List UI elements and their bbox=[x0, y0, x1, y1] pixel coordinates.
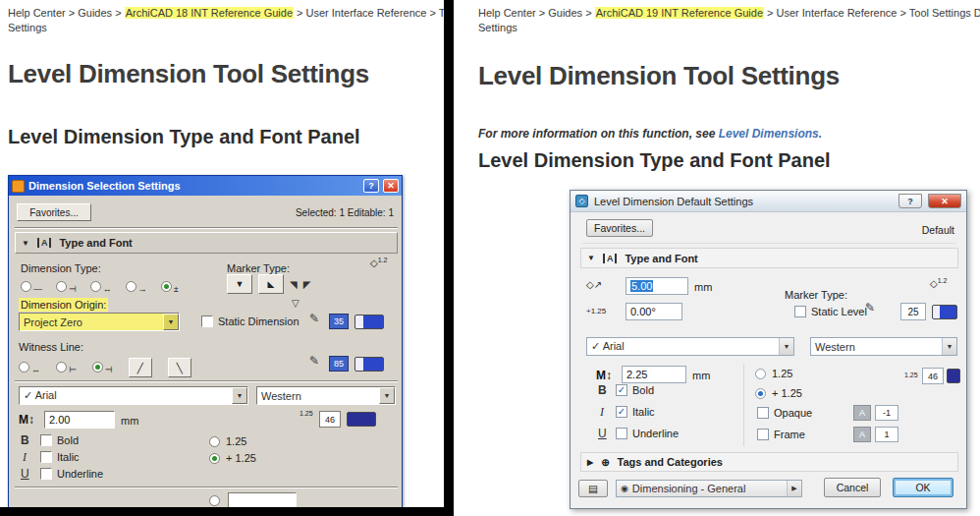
dialog-title-bar[interactable]: ◇ Level Dimension Default Settings ? ✕ bbox=[571, 191, 966, 212]
pen-set-button[interactable]: ▤ bbox=[578, 480, 608, 497]
radio-icon[interactable] bbox=[56, 362, 67, 373]
frame-checkbox[interactable]: Frame bbox=[757, 429, 805, 440]
pen-number-box[interactable]: 85 bbox=[329, 356, 349, 372]
checkbox-icon[interactable] bbox=[616, 428, 627, 439]
font-pen-color-toggle[interactable] bbox=[947, 369, 960, 383]
opaque-checkbox[interactable]: Opaque bbox=[757, 407, 812, 419]
pen-number-box[interactable]: 35 bbox=[329, 314, 349, 329]
dim-type-option[interactable]: ± bbox=[161, 278, 179, 296]
checkbox-icon[interactable]: ✓ bbox=[616, 384, 627, 396]
collapse-icon[interactable]: ▼ bbox=[22, 239, 29, 248]
ok-button[interactable]: OK bbox=[893, 478, 953, 497]
dim-type-option[interactable]: — bbox=[21, 278, 42, 296]
close-icon[interactable]: ✕ bbox=[383, 179, 399, 193]
ratio-option-2[interactable]: + 1.25 bbox=[755, 387, 802, 399]
checkbox-icon[interactable] bbox=[757, 429, 769, 440]
breadcrumb-highlight[interactable]: ArchiCAD 18 INT Reference Guide bbox=[125, 7, 294, 19]
breadcrumb-link[interactable]: Help Center > Guides > bbox=[8, 7, 125, 19]
text-size-input[interactable]: 2.25 bbox=[622, 366, 686, 383]
favorites-button[interactable]: Favorites... bbox=[586, 219, 653, 237]
breadcrumb-link[interactable]: Help Center > Guides > bbox=[478, 7, 595, 19]
chevron-down-icon[interactable]: ▼ bbox=[779, 338, 793, 355]
opaque-pen-box[interactable]: -1 bbox=[875, 405, 898, 421]
witness-option[interactable]: ⊢ bbox=[56, 359, 77, 376]
witness-slant-button[interactable]: ╱ bbox=[129, 358, 152, 377]
font-select[interactable]: ✓ Arial ▼ bbox=[19, 386, 248, 405]
marker-open-icon[interactable]: ▽ bbox=[292, 298, 299, 309]
checkbox-icon[interactable] bbox=[794, 306, 806, 317]
dimension-origin-select[interactable]: Project Zero ▼ bbox=[19, 313, 180, 331]
layer-select[interactable]: ◉ Dimensioning - General ▶ bbox=[616, 480, 802, 497]
dim-type-option[interactable]: ↔ bbox=[90, 278, 112, 296]
elevation-marker-icon[interactable]: ◇1.2 bbox=[370, 257, 387, 268]
marker-button[interactable]: ▼ bbox=[227, 274, 252, 294]
ratio-option-1[interactable]: 1.25 bbox=[755, 368, 792, 379]
dim-type-option[interactable]: → bbox=[126, 278, 147, 296]
breadcrumb-link[interactable]: > User Interface Reference > Tool Setti bbox=[294, 7, 444, 19]
color-chip[interactable]: A bbox=[853, 427, 871, 442]
marker-size-input[interactable]: 5.00 bbox=[626, 277, 688, 295]
checkbox-icon[interactable] bbox=[40, 451, 52, 463]
checkbox-icon[interactable] bbox=[40, 468, 52, 480]
dim-type-option[interactable]: ⊣ bbox=[56, 278, 77, 296]
radio-icon[interactable] bbox=[19, 362, 29, 373]
font-pen-box[interactable]: 46 bbox=[922, 368, 944, 384]
ratio-option-1[interactable]: 1.25 bbox=[209, 435, 246, 447]
radio-icon[interactable] bbox=[90, 281, 101, 292]
pen-color-toggle[interactable] bbox=[354, 315, 384, 329]
breadcrumb-line2[interactable]: Settings bbox=[8, 21, 47, 35]
checkbox-icon[interactable] bbox=[40, 434, 52, 446]
text-size-input[interactable]: 2.00 bbox=[44, 411, 115, 429]
elevation-marker-icon[interactable]: ◇1.2 bbox=[930, 277, 947, 289]
italic-checkbox[interactable]: ✓Italic bbox=[616, 406, 655, 418]
collapse-icon[interactable]: ▼ bbox=[587, 254, 595, 262]
radio-icon[interactable] bbox=[92, 362, 103, 373]
static-level-checkbox[interactable]: Static Level bbox=[794, 306, 867, 317]
script-select[interactable]: Western ▼ bbox=[810, 337, 957, 356]
checkbox-icon[interactable] bbox=[201, 315, 213, 327]
help-button[interactable]: ? bbox=[898, 194, 922, 208]
chevron-down-icon[interactable]: ▼ bbox=[379, 387, 395, 404]
witness-slant-button[interactable]: ╲ bbox=[168, 358, 191, 377]
pen-color-toggle[interactable] bbox=[932, 305, 957, 319]
script-select[interactable]: Western ▼ bbox=[256, 386, 396, 405]
pen-number-box[interactable]: 25 bbox=[900, 303, 926, 320]
witness-option[interactable]: ⊣ bbox=[92, 359, 113, 376]
underline-checkbox[interactable]: Underline bbox=[616, 428, 679, 439]
breadcrumb-link[interactable]: > User Interface Reference > Tool Settin… bbox=[764, 7, 980, 19]
marker-up-left-icon[interactable]: ◤ bbox=[303, 279, 311, 290]
pen-color-toggle[interactable] bbox=[354, 357, 384, 372]
radio-icon[interactable] bbox=[161, 281, 172, 292]
tags-and-categories-panel-header[interactable]: ▶ ⊕ Tags and Categories bbox=[580, 452, 958, 472]
type-and-font-panel-header[interactable]: ▼ A Type and Font bbox=[15, 232, 398, 254]
radio-icon[interactable] bbox=[209, 453, 220, 464]
partial-input[interactable] bbox=[228, 492, 297, 508]
cancel-button[interactable]: Cancel bbox=[824, 478, 881, 497]
type-and-font-panel-header[interactable]: ▼ A Type and Font bbox=[580, 248, 958, 268]
checkbox-icon[interactable] bbox=[757, 407, 769, 419]
breadcrumb-highlight[interactable]: ArchiCAD 19 INT Reference Guide bbox=[595, 7, 764, 19]
bold-checkbox[interactable]: ✓Bold bbox=[616, 384, 654, 396]
marker-button[interactable]: ◣ bbox=[258, 274, 284, 294]
font-pen-color-toggle[interactable] bbox=[347, 412, 376, 427]
ratio-option-2[interactable]: + 1.25 bbox=[209, 452, 256, 464]
radio-icon[interactable] bbox=[56, 281, 67, 292]
chevron-right-icon[interactable]: ▶ bbox=[787, 481, 801, 496]
angle-input[interactable]: 0.00° bbox=[626, 303, 682, 320]
font-select[interactable]: ✓ Arial ▼ bbox=[586, 337, 794, 356]
breadcrumb-line2[interactable]: Settings bbox=[478, 21, 517, 35]
chevron-down-icon[interactable]: ▼ bbox=[942, 338, 956, 355]
italic-checkbox[interactable]: Italic bbox=[40, 451, 80, 463]
chevron-down-icon[interactable]: ▼ bbox=[232, 387, 247, 404]
frame-pen-box[interactable]: 1 bbox=[875, 427, 898, 442]
dialog-title-bar[interactable]: Dimension Selection Settings ? ✕ bbox=[9, 176, 402, 196]
color-chip[interactable]: A bbox=[853, 405, 871, 421]
font-pen-box[interactable]: 46 bbox=[319, 411, 341, 428]
close-icon[interactable]: ✕ bbox=[928, 194, 961, 208]
bold-checkbox[interactable]: Bold bbox=[40, 434, 79, 446]
level-dimensions-link[interactable]: Level Dimensions. bbox=[719, 127, 822, 141]
witness-option[interactable]: ↔ bbox=[19, 359, 40, 376]
radio-icon[interactable] bbox=[209, 436, 220, 447]
chevron-down-icon[interactable]: ▼ bbox=[163, 314, 179, 330]
radio-icon[interactable] bbox=[755, 388, 766, 399]
